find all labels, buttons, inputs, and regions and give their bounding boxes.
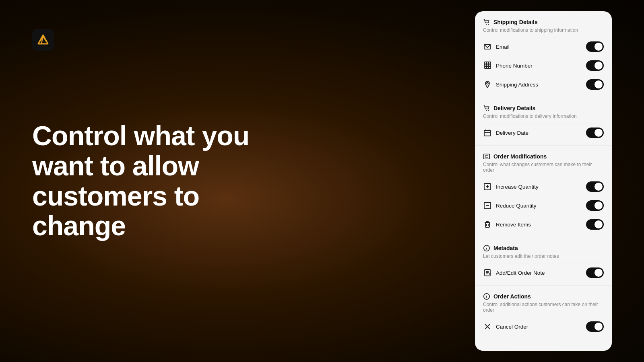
- increase-quantity-toggle[interactable]: [586, 181, 604, 192]
- remove-items-toggle[interactable]: [586, 219, 604, 230]
- row-add-edit-order-note: Add/Edit Order Note: [483, 263, 604, 282]
- section-delivery-title: Delivery Details: [493, 105, 535, 111]
- delivery-date-label: Delivery Date: [496, 130, 528, 136]
- cart-icon: [483, 19, 490, 26]
- address-icon: [483, 80, 492, 89]
- add-edit-note-label: Add/Edit Order Note: [496, 270, 545, 276]
- cancel-icon: [483, 322, 492, 331]
- section-shipping-header: Shipping Details: [483, 19, 604, 26]
- section-actions-header: Order Actions: [483, 293, 604, 300]
- svg-point-35: [486, 247, 487, 247]
- svg-point-3: [488, 24, 489, 25]
- cancel-order-toggle[interactable]: [586, 321, 604, 332]
- section-shipping-details: Shipping Details Control modifications t…: [475, 11, 612, 97]
- cancel-order-label: Cancel Order: [496, 324, 528, 330]
- note-icon: [483, 268, 492, 277]
- section-delivery-desc: Control modifications to delivery inform…: [483, 113, 604, 119]
- email-icon: [483, 42, 492, 51]
- email-label: Email: [496, 44, 510, 50]
- row-remove-items: Remove Items: [483, 215, 604, 234]
- row-email: Email: [483, 37, 604, 56]
- svg-point-2: [486, 24, 487, 25]
- section-delivery-header: Delivery Details: [483, 105, 604, 112]
- reduce-quantity-label: Reduce Quantity: [496, 203, 537, 209]
- modifications-icon: [483, 153, 490, 160]
- section-delivery-details: Delivery Details Control modifications t…: [475, 97, 612, 146]
- section-metadata-header: Metadata: [483, 245, 604, 252]
- svg-rect-21: [484, 154, 489, 159]
- phone-toggle[interactable]: [586, 60, 604, 71]
- section-modifications-desc: Control what changes customers can make …: [483, 162, 604, 173]
- section-actions-desc: Control additional actions customers can…: [483, 302, 604, 313]
- reduce-quantity-toggle[interactable]: [586, 200, 604, 211]
- headline-section: Control what you want to allow customers…: [32, 121, 290, 241]
- svg-point-15: [486, 110, 487, 111]
- calendar-icon: [483, 128, 492, 137]
- increase-quantity-label: Increase Quantity: [496, 184, 539, 190]
- shipping-address-label: Shipping Address: [496, 82, 538, 88]
- svg-rect-10: [489, 64, 491, 66]
- settings-panel: Shipping Details Control modifications t…: [475, 11, 612, 351]
- trash-icon: [483, 220, 492, 229]
- section-metadata-title: Metadata: [493, 245, 518, 251]
- add-edit-note-toggle[interactable]: [586, 267, 604, 278]
- section-shipping-desc: Control modifications to shipping inform…: [483, 27, 604, 33]
- delivery-date-toggle[interactable]: [586, 128, 604, 138]
- section-actions-title: Order Actions: [493, 293, 531, 300]
- section-modifications-title: Order Modifications: [493, 153, 547, 160]
- svg-rect-17: [484, 130, 491, 136]
- row-phone-number: Phone Number: [483, 56, 604, 75]
- row-cancel-order: Cancel Order: [483, 317, 604, 336]
- app-logo: [32, 29, 54, 51]
- row-reduce-quantity: Reduce Quantity: [483, 196, 604, 215]
- remove-items-label: Remove Items: [496, 222, 531, 228]
- svg-rect-13: [489, 66, 491, 68]
- reduce-icon: [483, 201, 492, 210]
- shipping-address-toggle[interactable]: [586, 79, 604, 90]
- headline-text: Control what you want to allow customers…: [32, 121, 290, 241]
- section-metadata-desc: Let customers edit their order notes: [483, 253, 604, 259]
- row-delivery-date: Delivery Date: [483, 123, 604, 142]
- actions-icon: [483, 293, 490, 300]
- metadata-icon: [483, 245, 490, 252]
- email-toggle[interactable]: [586, 41, 604, 52]
- svg-rect-30: [485, 222, 489, 227]
- increase-icon: [483, 182, 492, 191]
- phone-label: Phone Number: [496, 63, 533, 69]
- section-order-modifications: Order Modifications Control what changes…: [475, 146, 612, 237]
- section-order-actions: Order Actions Control additional actions…: [475, 286, 612, 339]
- row-increase-quantity: Increase Quantity: [483, 177, 604, 196]
- phone-icon: [483, 61, 492, 70]
- svg-point-42: [486, 295, 487, 295]
- svg-point-14: [487, 82, 488, 84]
- section-metadata: Metadata Let customers edit their order …: [475, 237, 612, 286]
- delivery-icon: [483, 105, 490, 112]
- svg-point-16: [488, 110, 489, 111]
- row-shipping-address: Shipping Address: [483, 75, 604, 94]
- section-shipping-title: Shipping Details: [493, 19, 538, 25]
- section-modifications-header: Order Modifications: [483, 153, 604, 160]
- svg-rect-7: [489, 62, 491, 64]
